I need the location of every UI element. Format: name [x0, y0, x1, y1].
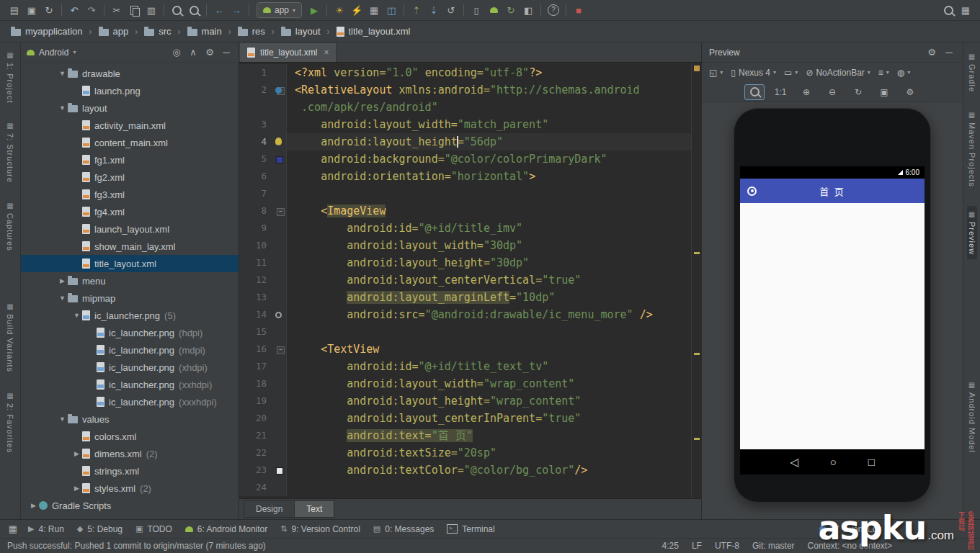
zoom-reset-icon[interactable]: 1:1 — [770, 84, 790, 100]
warning-mark[interactable] — [694, 353, 700, 355]
toolwindow-debug-button[interactable]: ◆5: Debug — [71, 520, 129, 538]
replace-icon[interactable] — [185, 2, 202, 18]
code-line[interactable]: 15 — [239, 323, 692, 341]
code-line[interactable]: 5 android:background="@color/colorPrimar… — [239, 150, 692, 168]
refresh-icon[interactable]: ↻ — [848, 84, 868, 100]
profile-icon[interactable]: ☀ — [331, 2, 348, 18]
copy-icon[interactable] — [125, 2, 143, 18]
undo-icon[interactable]: ↶ — [66, 2, 83, 18]
tree-toggle-icon[interactable]: ▼ — [57, 70, 68, 77]
warning-mark[interactable] — [694, 66, 700, 71]
toolwindow-android-model[interactable]: ▦Android Model — [968, 381, 976, 453]
attach-debugger-icon[interactable]: ⚡ — [348, 2, 365, 18]
zoom-out-icon[interactable]: ⊖ — [822, 84, 842, 100]
tree-item-strings-xml[interactable]: strings.xml — [21, 462, 239, 480]
help-icon[interactable]: ? — [545, 2, 562, 18]
forward-icon[interactable]: → — [228, 2, 245, 18]
color-swatch-icon[interactable] — [276, 156, 283, 163]
tree-item-drawable[interactable]: ▼drawable — [21, 65, 239, 82]
tree-item-fg3-xml[interactable]: fg3.xml — [21, 186, 239, 203]
device-chooser[interactable]: ▯Nexus 4▾ — [728, 66, 779, 79]
hide-panel-icon[interactable]: ─ — [943, 45, 956, 60]
open-project-icon[interactable]: ▤ — [6, 2, 23, 18]
tree-item-launch-layout-xml[interactable]: launch_layout.xml — [21, 220, 239, 238]
config-icon[interactable]: ◱▾ — [706, 66, 726, 79]
breadcrumb-item[interactable]: app — [95, 24, 133, 38]
paste-icon[interactable]: ▥ — [143, 2, 160, 18]
theme-chooser[interactable]: ⊘NoActionBar▾ — [803, 66, 873, 79]
breadcrumb-item[interactable]: myapplication — [7, 24, 86, 38]
code-line[interactable]: 1<?xml version="1.0" encoding="utf-8"?> — [239, 64, 692, 81]
vcs-commit-icon[interactable]: ⇡ — [408, 2, 425, 18]
vcs-revert-icon[interactable]: ↺ — [442, 2, 460, 18]
activity-chooser[interactable]: ≡▾ — [876, 66, 892, 79]
find-icon[interactable] — [168, 2, 185, 18]
tree-toggle-icon[interactable]: ▼ — [57, 415, 68, 423]
toolwindow-project[interactable]: ▦1: Project — [6, 51, 14, 103]
git-branch[interactable]: Git: master — [752, 541, 795, 551]
tree-toggle-icon[interactable]: ▶ — [71, 450, 82, 457]
sync-icon[interactable]: ↻ — [40, 2, 58, 18]
toolwindow-anchor-icon[interactable]: ▦ — [4, 521, 22, 537]
zoom-in-icon[interactable]: ⊕ — [796, 84, 816, 100]
tree-item-ic-launcher-png[interactable]: ic_launcher.png(xhdpi) — [21, 359, 239, 376]
tree-toggle-icon[interactable]: ▶ — [28, 502, 39, 509]
monitor-icon[interactable]: ◫ — [383, 2, 400, 18]
tree-item-fg2-xml[interactable]: fg2.xml — [21, 168, 239, 186]
toolwindow-preview[interactable]: ▦Preview — [967, 206, 977, 259]
tree-item-fg4-xml[interactable]: fg4.xml — [21, 203, 239, 220]
project-view-selector[interactable]: Android — [39, 48, 68, 58]
breadcrumb-item[interactable]: res — [234, 24, 269, 38]
render-settings-icon[interactable]: ⚙ — [900, 84, 920, 100]
code-line[interactable]: 21 android:text="首 页" — [239, 427, 692, 444]
breadcrumb-item[interactable]: main — [184, 24, 226, 38]
screenshot-icon[interactable]: ▣ — [874, 84, 894, 100]
toolwindow-run-button[interactable]: ▶4: Run — [22, 520, 71, 538]
tree-toggle-icon[interactable]: ▼ — [57, 295, 68, 302]
tree-item-launch-png[interactable]: launch.png — [21, 82, 239, 99]
back-icon[interactable]: ← — [210, 2, 228, 18]
toolwindow-android-monitor-button[interactable]: 6: Android Monitor — [179, 520, 274, 538]
tree-item-title-layout-xml[interactable]: title_layout.xml — [21, 255, 239, 272]
tree-item-values[interactable]: ▼values — [21, 410, 239, 428]
code-line[interactable]: 12 android:layout_centerVertical="true" — [239, 271, 692, 289]
tree-toggle-icon[interactable]: ▶ — [57, 277, 68, 284]
tree-toggle-icon[interactable]: ▶ — [71, 485, 82, 492]
toolwindow-version-control-button[interactable]: ⇅9: Version Control — [274, 520, 367, 538]
code-line[interactable]: 8− <ImageView — [239, 202, 692, 220]
breadcrumb-item[interactable]: src — [141, 24, 174, 38]
file-encoding[interactable]: UTF-8 — [715, 541, 739, 551]
code-line[interactable]: 4 android:layout_height="56dp" — [239, 133, 692, 150]
breadcrumb-item[interactable]: title_layout.xml — [333, 24, 414, 38]
toolwindow-terminal-button[interactable]: >_Terminal — [440, 520, 501, 538]
tree-item-ic-launcher-png[interactable]: ic_launcher.png(xxxhdpi) — [21, 393, 239, 410]
home-nav-icon[interactable]: ○ — [830, 456, 837, 468]
tree-item-menu[interactable]: ▶menu — [21, 272, 239, 289]
tree-item-colors-xml[interactable]: colors.xml — [21, 428, 239, 445]
code-line[interactable]: 24 — [239, 479, 692, 496]
code-line[interactable]: 2−<RelativeLayout xmlns:android="http://… — [239, 81, 692, 99]
tree-item-ic-launcher-png[interactable]: ic_launcher.png(mdpi) — [21, 341, 239, 359]
event-log-widget[interactable]: 27 Event Log — [819, 524, 976, 534]
toolwindow-messages-button[interactable]: ▤0: Messages — [367, 520, 440, 538]
vcs-update-icon[interactable]: ⇣ — [425, 2, 442, 18]
close-icon[interactable]: × — [324, 48, 329, 58]
project-structure-icon[interactable]: ■ — [570, 2, 587, 18]
toolwindow-build-variants[interactable]: ▦Build Variants — [6, 302, 14, 372]
tree-item-activity-main-xml[interactable]: activity_main.xml — [21, 117, 239, 134]
tree-toggle-icon[interactable]: ▼ — [57, 104, 68, 112]
tree-toggle-icon[interactable]: ▼ — [71, 312, 82, 319]
tree-item-show-main-lay-xml[interactable]: show_main_lay.xml — [21, 238, 239, 255]
toolwindow-structure[interactable]: ▦7: Structure — [6, 122, 14, 183]
toolwindow-favorites[interactable]: ▦2: Favorites — [6, 392, 14, 453]
tree-item-layout[interactable]: ▼layout — [21, 99, 239, 117]
recents-nav-icon[interactable]: □ — [868, 456, 875, 468]
scroll-to-source-icon[interactable]: ◎ — [170, 45, 183, 60]
code-line[interactable]: 13 android:layout_marginLeft="10dp" — [239, 289, 692, 306]
tree-item-dimens-xml[interactable]: ▶dimens.xml(2) — [21, 445, 239, 462]
tree-item-ic-launcher-png[interactable]: ic_launcher.png(hdpi) — [21, 324, 239, 341]
fold-icon[interactable]: − — [277, 208, 285, 216]
panel-settings-icon[interactable]: ⚙ — [203, 45, 216, 60]
toolwindow-captures[interactable]: ▦Captures — [6, 202, 14, 251]
code-line[interactable]: 23 android:textColor="@color/bg_color"/> — [239, 462, 692, 479]
